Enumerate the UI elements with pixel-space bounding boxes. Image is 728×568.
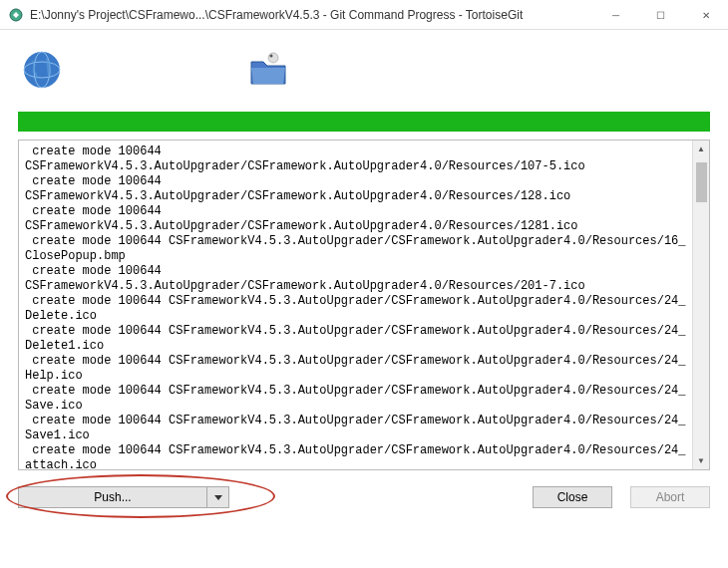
maximize-button[interactable]: ☐ [638, 0, 683, 30]
icon-row [0, 30, 728, 100]
scroll-up-icon[interactable]: ▲ [693, 141, 709, 157]
output-box: create mode 100644 CSFrameworkV4.5.3.Aut… [18, 140, 710, 470]
close-button[interactable]: Close [533, 486, 612, 508]
folder-icon [243, 48, 293, 95]
close-window-button[interactable]: ✕ [683, 0, 728, 30]
svg-point-5 [270, 54, 273, 57]
push-dropdown-button[interactable] [207, 486, 229, 508]
svg-point-4 [268, 53, 278, 63]
titlebar: E:\Jonny's Project\CSFramewo...\CSFramew… [0, 0, 728, 30]
chevron-down-icon [214, 495, 222, 500]
push-button[interactable]: Push... [18, 486, 207, 508]
button-row: Push... Close Abort [0, 482, 728, 512]
scrollbar[interactable]: ▲ ▼ [692, 141, 709, 469]
window-title: E:\Jonny's Project\CSFramewo...\CSFramew… [30, 8, 593, 22]
svg-point-1 [24, 52, 60, 88]
scroll-thumb[interactable] [696, 162, 707, 202]
app-icon [8, 7, 24, 23]
window-controls: ─ ☐ ✕ [593, 0, 728, 29]
output-text[interactable]: create mode 100644 CSFrameworkV4.5.3.Aut… [19, 141, 692, 469]
progress-bar [18, 112, 710, 132]
abort-button: Abort [630, 486, 710, 508]
minimize-button[interactable]: ─ [593, 0, 638, 30]
globe-icon [20, 48, 64, 95]
scroll-down-icon[interactable]: ▼ [693, 452, 709, 469]
